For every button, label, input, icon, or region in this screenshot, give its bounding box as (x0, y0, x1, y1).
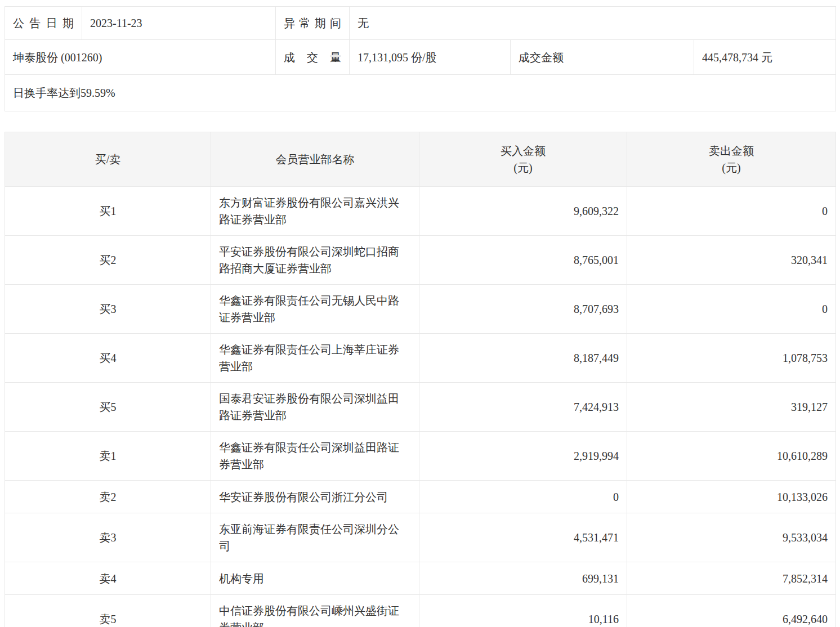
table-row: 买4华鑫证券有限责任公司上海莘庄证券营业部8,187,4491,078,753 (5, 334, 836, 383)
side-cell: 卖4 (5, 562, 211, 595)
header-buy-amount-unit: (元) (419, 159, 627, 176)
side-cell: 卖2 (5, 481, 211, 513)
side-cell: 买4 (5, 334, 211, 383)
buy-amount-cell: 8,707,693 (419, 285, 627, 334)
side-cell: 买3 (5, 285, 211, 334)
sell-amount-cell: 0 (627, 187, 836, 236)
header-branch: 会员营业部名称 (211, 132, 419, 187)
side-cell: 买5 (5, 383, 211, 432)
header-sell-amount-unit: (元) (627, 159, 835, 176)
side-cell: 卖5 (5, 595, 211, 627)
branch-cell: 机构专用 (211, 562, 419, 595)
sell-amount-cell: 10,610,289 (627, 432, 836, 481)
branch-cell: 中信证券股份有限公司嵊州兴盛街证券营业部 (211, 595, 419, 627)
table-row: 买2平安证券股份有限公司深圳蛇口招商路招商大厦证券营业部8,765,001320… (5, 236, 836, 285)
buy-amount-cell: 9,609,322 (419, 187, 627, 236)
sell-amount-cell: 9,533,034 (627, 513, 836, 562)
table-row: 买1东方财富证券股份有限公司嘉兴洪兴路证券营业部9,609,3220 (5, 187, 836, 236)
table-row: 买5国泰君安证券股份有限公司深圳益田路证券营业部7,424,913319,127 (5, 383, 836, 432)
buy-amount-cell: 8,187,449 (419, 334, 627, 383)
branch-cell: 东方财富证券股份有限公司嘉兴洪兴路证券营业部 (211, 187, 419, 236)
side-cell: 买2 (5, 236, 211, 285)
announcement-date-value: 2023-11-23 (82, 7, 276, 40)
branch-cell: 华安证券股份有限公司浙江分公司 (211, 481, 419, 513)
header-sell-amount-title: 卖出金额 (627, 142, 835, 159)
turnover-label: 成交金额 (511, 40, 694, 75)
sell-amount-cell: 6,492,640 (627, 595, 836, 627)
header-sell-amount: 卖出金额 (元) (627, 132, 836, 187)
abnormal-period-value: 无 (350, 7, 836, 40)
buy-amount-cell: 7,424,913 (419, 383, 627, 432)
sell-amount-cell: 7,852,314 (627, 562, 836, 595)
buy-amount-cell: 4,531,471 (419, 513, 627, 562)
buy-amount-cell: 10,116 (419, 595, 627, 627)
header-buy-amount-title: 买入金额 (419, 142, 627, 159)
table-row: 卖1华鑫证券有限责任公司深圳益田路证券营业部2,919,99410,610,28… (5, 432, 836, 481)
table-row: 卖5中信证券股份有限公司嵊州兴盛街证券营业部10,1166,492,640 (5, 595, 836, 627)
page: 公告日期 2023-11-23 异常期间 无 坤泰股份 (001260) 成交量… (0, 6, 840, 627)
branch-cell: 华鑫证券有限责任公司深圳益田路证券营业部 (211, 432, 419, 481)
sell-amount-cell: 10,133,026 (627, 481, 836, 513)
sell-amount-cell: 1,078,753 (627, 334, 836, 383)
summary-row-volume: 坤泰股份 (001260) 成交量 17,131,095 份/股 成交金额 44… (5, 40, 836, 75)
stock-summary-table: 公告日期 2023-11-23 异常期间 无 坤泰股份 (001260) 成交量… (5, 6, 836, 111)
volume-label: 成交量 (276, 40, 350, 75)
announcement-date-label: 公告日期 (5, 7, 82, 40)
buy-amount-cell: 8,765,001 (419, 236, 627, 285)
branch-cell: 华鑫证券有限责任公司无锡人民中路证券营业部 (211, 285, 419, 334)
table-row: 卖2华安证券股份有限公司浙江分公司010,133,026 (5, 481, 836, 513)
abnormal-period-label: 异常期间 (276, 7, 350, 40)
branch-cell: 国泰君安证券股份有限公司深圳益田路证券营业部 (211, 383, 419, 432)
side-cell: 卖3 (5, 513, 211, 562)
branch-cell: 平安证券股份有限公司深圳蛇口招商路招商大厦证券营业部 (211, 236, 419, 285)
trading-seats-header: 买/卖 会员营业部名称 买入金额 (元) 卖出金额 (元) (5, 132, 836, 187)
branch-cell: 东亚前海证券有限责任公司深圳分公司 (211, 513, 419, 562)
trading-seats-body: 买1东方财富证券股份有限公司嘉兴洪兴路证券营业部9,609,3220买2平安证券… (5, 187, 836, 627)
stock-name: 坤泰股份 (001260) (5, 40, 276, 75)
header-buy-amount: 买入金额 (元) (419, 132, 627, 187)
turnover-rate-note: 日换手率达到59.59% (5, 75, 836, 111)
sell-amount-cell: 320,341 (627, 236, 836, 285)
buy-amount-cell: 2,919,994 (419, 432, 627, 481)
side-cell: 卖1 (5, 432, 211, 481)
sell-amount-cell: 319,127 (627, 383, 836, 432)
table-row: 卖4机构专用699,1317,852,314 (5, 562, 836, 595)
summary-row-note: 日换手率达到59.59% (5, 75, 836, 111)
header-side: 买/卖 (5, 132, 211, 187)
branch-cell: 华鑫证券有限责任公司上海莘庄证券营业部 (211, 334, 419, 383)
sell-amount-cell: 0 (627, 285, 836, 334)
turnover-value: 445,478,734 元 (694, 40, 836, 75)
summary-row-date: 公告日期 2023-11-23 异常期间 无 (5, 7, 836, 40)
table-row: 卖3东亚前海证券有限责任公司深圳分公司4,531,4719,533,034 (5, 513, 836, 562)
volume-value: 17,131,095 份/股 (350, 40, 511, 75)
buy-amount-cell: 699,131 (419, 562, 627, 595)
trading-seats-table: 买/卖 会员营业部名称 买入金额 (元) 卖出金额 (元) 买1东方财富证券股份… (5, 132, 836, 627)
side-cell: 买1 (5, 187, 211, 236)
buy-amount-cell: 0 (419, 481, 627, 513)
table-row: 买3华鑫证券有限责任公司无锡人民中路证券营业部8,707,6930 (5, 285, 836, 334)
